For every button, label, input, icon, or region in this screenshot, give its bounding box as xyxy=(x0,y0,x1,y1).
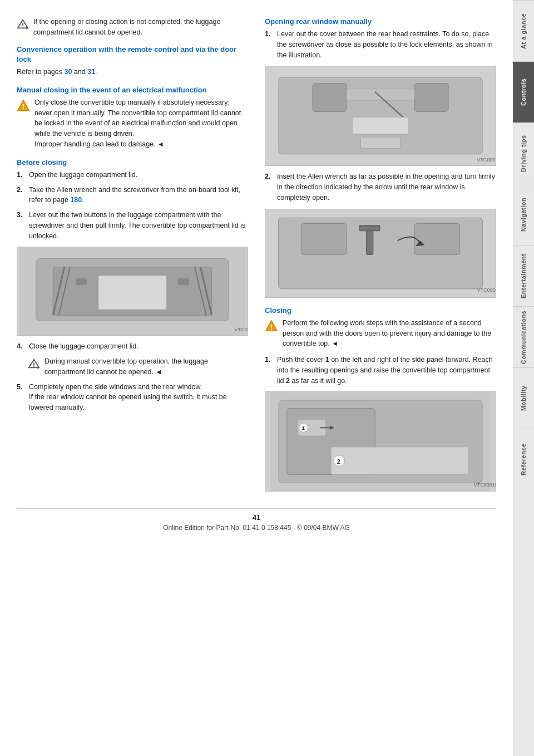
sidebar-tab-communications[interactable]: Communications xyxy=(513,306,534,367)
note-triangle-icon xyxy=(17,18,29,30)
svg-rect-16 xyxy=(178,278,189,285)
sidebar: At a glance Controls Driving tips Naviga… xyxy=(513,0,534,756)
closing-section: Closing ! Perform the following work ste… xyxy=(265,306,496,492)
page-wrapper: If the opening or closing action is not … xyxy=(0,0,534,756)
sidebar-tab-mobility[interactable]: Mobility xyxy=(513,367,534,429)
sidebar-tab-navigation[interactable]: Navigation xyxy=(513,184,534,245)
step1-text: Open the luggage compartment lid. xyxy=(29,170,248,180)
r-step1-text: Lever out the cover between the rear hea… xyxy=(277,29,496,60)
section1-heading: Convenience operation with the remote co… xyxy=(17,45,248,65)
step4-container: 4. Close the luggage compartment lid. xyxy=(17,341,248,352)
svg-rect-15 xyxy=(76,278,87,285)
closing-warning-icon: ! xyxy=(265,319,278,332)
svg-rect-25 xyxy=(313,84,347,112)
svg-text:VTC000193US: VTC000193US xyxy=(477,287,496,292)
footer-copyright: Online Edition for Part-No. 01 41 0 158 … xyxy=(163,524,350,532)
step4-num: 4. xyxy=(17,341,26,352)
svg-rect-48 xyxy=(331,447,468,474)
closing-step1-num: 1. xyxy=(265,355,274,386)
rear-window-image-1: VTC000192US xyxy=(265,66,496,166)
step2-text: Take the Allen wrench and the screwdrive… xyxy=(29,185,248,206)
end-marker-1: ◄ xyxy=(157,140,164,148)
main-content: If the opening or closing action is not … xyxy=(0,0,513,756)
list-item: 2. Take the Allen wrench and the screwdr… xyxy=(17,185,248,206)
page-footer: 41 Online Edition for Part-No. 01 41 0 1… xyxy=(17,508,496,532)
before-closing-heading: Before closing xyxy=(17,158,248,168)
closing-svg: 1 2 VTC000195US xyxy=(265,392,496,491)
open-rear-heading: Opening rear window manually xyxy=(265,17,496,27)
r-step1-num: 1. xyxy=(265,29,274,60)
list-item: 1. Open the luggage compartment lid. xyxy=(17,170,248,180)
svg-text:1: 1 xyxy=(302,425,305,431)
trunk-svg: VTC000194US xyxy=(17,247,248,335)
closing-heading: Closing xyxy=(265,306,496,316)
end-marker-2: ◄ xyxy=(155,368,162,376)
columns-layout: If the opening or closing action is not … xyxy=(17,17,496,497)
step4-text: Close the luggage compartment lid. xyxy=(29,341,248,352)
section1-body: Refer to pages 30 and 31. xyxy=(17,67,248,77)
right-column: Opening rear window manually 1. Lever ou… xyxy=(265,17,496,497)
sidebar-tab-entertainment[interactable]: Entertainment xyxy=(513,245,534,306)
link-180[interactable]: 180 xyxy=(70,196,82,204)
svg-rect-34 xyxy=(301,223,347,254)
warning-triangle-icon: ! xyxy=(17,99,30,112)
rear-window-image-2: VTC000193US xyxy=(265,209,496,298)
note1-text: If the opening or closing action is not … xyxy=(33,17,248,38)
svg-rect-30 xyxy=(360,138,400,149)
svg-rect-29 xyxy=(352,117,409,135)
closing-warning-box: ! Perform the following work steps with … xyxy=(265,318,496,349)
svg-point-20 xyxy=(33,366,34,367)
closing-image: 1 2 VTC000195US xyxy=(265,391,496,492)
r-step2-num: 2. xyxy=(265,171,274,203)
svg-rect-37 xyxy=(359,225,380,230)
step3-text: Lever out the two buttons in the luggage… xyxy=(29,210,248,241)
closing-step1-container: 1. Push the cover 1 on the left and righ… xyxy=(265,355,496,386)
note2-triangle-icon xyxy=(28,357,40,370)
rear-window-svg-2: VTC000193US xyxy=(265,209,496,297)
svg-rect-26 xyxy=(414,84,448,112)
sidebar-tab-reference[interactable]: Reference xyxy=(513,429,534,490)
note-box-1: If the opening or closing action is not … xyxy=(17,17,248,38)
svg-text:!: ! xyxy=(22,103,24,111)
warning1-text: Only close the convertible top manually … xyxy=(34,97,248,150)
r-step2-container: 2. Insert the Allen wrench as far as pos… xyxy=(265,171,496,203)
closing-warning-text: Perform the following work steps with th… xyxy=(283,318,496,349)
svg-text:!: ! xyxy=(270,323,273,331)
svg-text:2: 2 xyxy=(337,458,340,465)
link-31[interactable]: 31 xyxy=(87,68,95,76)
sidebar-tab-at-a-glance[interactable]: At a glance xyxy=(513,0,534,61)
sidebar-tab-driving-tips[interactable]: Driving tips xyxy=(513,122,534,184)
warning-box-1: ! Only close the convertible top manuall… xyxy=(17,97,248,150)
link-30[interactable]: 30 xyxy=(64,68,72,76)
trunk-image: VTC000194US xyxy=(17,247,248,336)
note2-text: During manual convertible top operation,… xyxy=(44,356,248,377)
closing-step1-text: Push the cover 1 on the left and right o… xyxy=(277,355,496,386)
section2-heading: Manual closing in the event of an electr… xyxy=(17,85,248,95)
steps-list-1: 1. Open the luggage compartment lid. 2. … xyxy=(17,170,248,242)
svg-rect-14 xyxy=(98,276,166,310)
svg-text:VTC000194US: VTC000194US xyxy=(234,327,248,332)
warning-damage-text: Improper handling can lead to damage. xyxy=(34,140,156,148)
r-step1-container: 1. Lever out the cover between the rear … xyxy=(265,29,496,60)
step5-text: Completely open the side windows and the… xyxy=(29,382,248,413)
list-item: 3. Lever out the two buttons in the lugg… xyxy=(17,210,248,241)
page-number: 41 xyxy=(17,513,496,522)
sidebar-tab-controls[interactable]: Controls xyxy=(513,61,534,122)
r-step2-text: Insert the Allen wrench as far as possib… xyxy=(277,171,496,203)
left-column: If the opening or closing action is not … xyxy=(17,17,248,497)
step5-container: 5. Completely open the side windows and … xyxy=(17,382,248,413)
svg-text:VTC000195US: VTC000195US xyxy=(474,482,496,488)
end-marker-3: ◄ xyxy=(332,340,338,347)
svg-text:VTC000192US: VTC000192US xyxy=(477,157,496,163)
svg-point-2 xyxy=(22,27,23,28)
rear-window-svg-1: VTC000192US xyxy=(265,66,496,165)
svg-rect-35 xyxy=(414,223,460,254)
step5-num: 5. xyxy=(17,382,26,413)
svg-rect-27 xyxy=(347,89,414,100)
note-box-2: During manual convertible top operation,… xyxy=(28,356,248,377)
